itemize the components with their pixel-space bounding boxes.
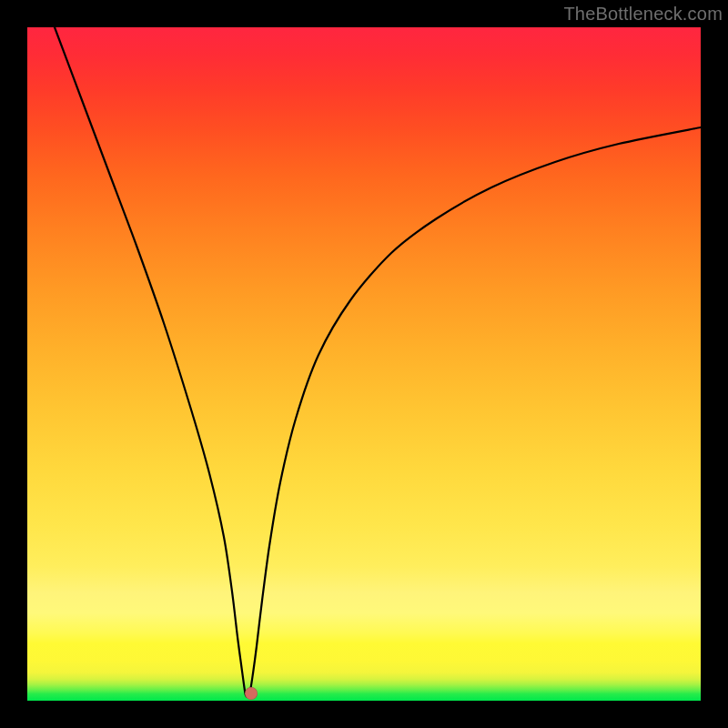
curve-svg bbox=[27, 27, 701, 701]
chart-frame bbox=[27, 27, 701, 701]
watermark-text: TheBottleneck.com bbox=[563, 4, 723, 25]
bottleneck-curve bbox=[55, 27, 701, 697]
optimal-point-marker bbox=[245, 687, 258, 700]
